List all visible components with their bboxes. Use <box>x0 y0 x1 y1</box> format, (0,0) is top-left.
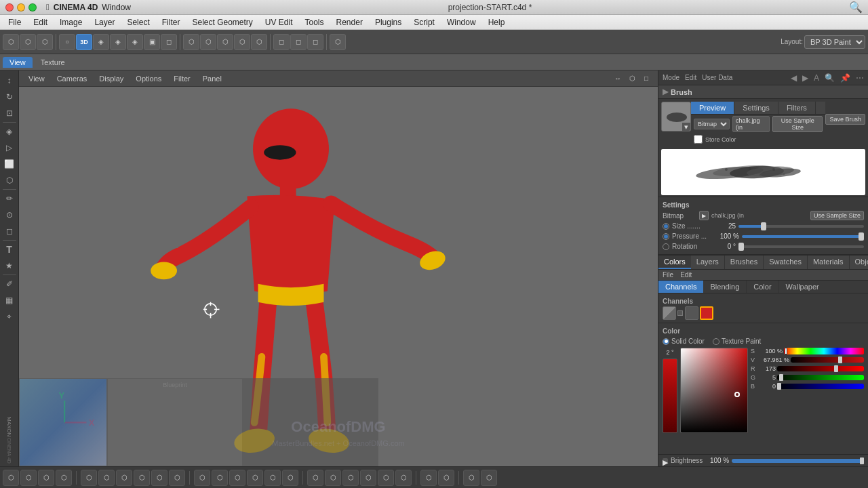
menu-help[interactable]: Help <box>483 16 511 28</box>
bottom-icon-9[interactable]: ⬡ <box>151 470 167 486</box>
brightness-slider[interactable] <box>732 459 864 463</box>
solid-color-radio[interactable] <box>663 338 669 345</box>
colors-tab-swatches[interactable]: Swatches <box>764 256 808 269</box>
bottom-icon-1[interactable]: ⬡ <box>3 470 19 486</box>
bottom-icon-13[interactable]: ⬡ <box>229 470 245 486</box>
colors-tab-materials[interactable]: Materials <box>808 256 850 269</box>
toolbar-icon-7[interactable]: ◈ <box>127 34 143 50</box>
bottom-icon-23[interactable]: ⬡ <box>420 470 437 486</box>
brightness-thumb[interactable] <box>860 458 864 464</box>
subtab-color[interactable]: Color <box>747 281 778 293</box>
brightness-collapse[interactable]: ▶ <box>663 458 668 464</box>
vp-menu-cameras[interactable]: Cameras <box>53 73 92 84</box>
rotation-slider[interactable] <box>738 245 864 248</box>
menu-filter[interactable]: Filter <box>157 16 186 28</box>
brush-thumb-arrow[interactable]: ▾ <box>682 123 690 131</box>
bottom-icon-25[interactable]: ⬡ <box>463 470 479 486</box>
store-color-checkbox[interactable] <box>694 135 703 144</box>
rotation-radio[interactable] <box>663 243 669 250</box>
toolbar-icon-cube3[interactable]: ◻ <box>307 34 323 50</box>
panel-icon-1[interactable]: A <box>814 73 819 83</box>
panel-mode[interactable]: Mode <box>663 74 679 81</box>
bottom-icon-26[interactable]: ⬡ <box>481 470 497 486</box>
sidebar-text[interactable]: T <box>2 242 17 257</box>
menu-script[interactable]: Script <box>408 16 440 28</box>
color-gradient-picker[interactable] <box>680 348 748 433</box>
bottom-icon-6[interactable]: ⬡ <box>98 470 115 486</box>
menu-edit[interactable]: Edit <box>28 16 53 28</box>
sidebar-move[interactable]: ↕ <box>2 73 17 88</box>
minimize-button[interactable] <box>17 3 25 12</box>
color-main-swatch[interactable] <box>663 359 677 433</box>
sidebar-scale[interactable]: ⊡ <box>2 106 17 121</box>
window-buttons[interactable] <box>5 3 37 12</box>
r-thumb[interactable] <box>834 365 838 372</box>
toolbar-icon-3[interactable]: ⬡ <box>37 34 53 50</box>
menu-window[interactable]: Window <box>441 16 481 28</box>
toolbar-icon-5[interactable]: ◈ <box>93 34 109 50</box>
close-button[interactable] <box>5 3 14 12</box>
channel-color[interactable] <box>700 306 713 320</box>
toolbar-icon-4[interactable]: ○ <box>59 34 75 50</box>
colors-tab-brushes[interactable]: Brushes <box>725 256 764 269</box>
panel-search[interactable]: 🔍 <box>825 73 835 83</box>
subtab-blending[interactable]: Blending <box>703 281 747 293</box>
bottom-icon-10[interactable]: ⬡ <box>169 470 185 486</box>
r-slider[interactable] <box>777 366 864 371</box>
sidebar-pen[interactable]: ✐ <box>2 277 17 291</box>
toolbar-icon-11[interactable]: ⬡ <box>200 34 216 50</box>
bottom-icon-5[interactable]: ⬡ <box>81 470 97 486</box>
bottom-icon-20[interactable]: ⬡ <box>360 470 376 486</box>
g-thumb[interactable] <box>779 374 783 381</box>
panel-pin[interactable]: 📌 <box>840 73 850 83</box>
toolbar-icon-1[interactable]: ⬡ <box>3 34 19 50</box>
settings-bitmap-icon[interactable]: ▶ <box>699 211 709 220</box>
tab-texture[interactable]: Texture <box>34 57 72 68</box>
size-radio[interactable] <box>663 223 669 230</box>
colors-tab-objects[interactable]: Objects <box>850 256 868 269</box>
b-slider[interactable] <box>777 384 864 389</box>
v-slider[interactable] <box>791 357 864 363</box>
channel-rgb[interactable] <box>663 306 676 320</box>
bottom-icon-3[interactable]: ⬡ <box>38 470 54 486</box>
bottom-icon-16[interactable]: ⬡ <box>282 470 298 486</box>
maximize-button[interactable] <box>28 3 37 12</box>
bottom-icon-2[interactable]: ⬡ <box>20 470 37 486</box>
vp-menu-options[interactable]: Options <box>132 73 165 84</box>
bottom-icon-4[interactable]: ⬡ <box>56 470 72 486</box>
sidebar-gradient[interactable]: ▦ <box>2 293 17 308</box>
tab-view[interactable]: View <box>3 57 33 68</box>
toolbar-icon-13[interactable]: ⬡ <box>234 34 250 50</box>
toolbar-icon-6[interactable]: ◈ <box>110 34 126 50</box>
bottom-icon-14[interactable]: ⬡ <box>247 470 263 486</box>
vp-menu-view[interactable]: View <box>24 73 49 84</box>
toolbar-icon-cube1[interactable]: ◻ <box>273 34 290 50</box>
toolbar-icon-14[interactable]: ⬡ <box>251 34 267 50</box>
panel-userdata[interactable]: User Data <box>702 74 732 81</box>
search-icon[interactable]: 🔍 <box>849 1 863 14</box>
texture-paint-radio[interactable] <box>713 338 719 345</box>
sidebar-tool1[interactable]: ◈ <box>2 124 17 139</box>
g-slider[interactable] <box>777 375 864 380</box>
channel-gray[interactable] <box>685 306 698 320</box>
bottom-icon-18[interactable]: ⬡ <box>325 470 341 486</box>
bottom-icon-21[interactable]: ⬡ <box>378 470 394 486</box>
sidebar-tool3[interactable]: ⬜ <box>2 157 17 171</box>
tab-filters[interactable]: Filters <box>778 102 816 114</box>
sidebar-tool2[interactable]: ▷ <box>2 140 17 155</box>
toolbar-icon-9[interactable]: ◻ <box>161 34 177 50</box>
menu-layer[interactable]: Layer <box>89 16 120 28</box>
sidebar-fill[interactable]: ⊙ <box>2 207 17 222</box>
toolbar-icon-10[interactable]: ⬡ <box>183 34 199 50</box>
bottom-icon-17[interactable]: ⬡ <box>307 470 323 486</box>
size-slider[interactable] <box>738 225 864 228</box>
vp-menu-panel[interactable]: Panel <box>199 73 226 84</box>
menu-select-geometry[interactable]: Select Geometry <box>186 16 258 28</box>
menu-image[interactable]: Image <box>54 16 87 28</box>
bottom-icon-24[interactable]: ⬡ <box>438 470 454 486</box>
colors-menu-file[interactable]: File <box>663 271 673 279</box>
menu-select[interactable]: Select <box>121 16 155 28</box>
panel-nav-back[interactable]: ◀ <box>791 73 797 83</box>
panel-more[interactable]: ⋯ <box>856 73 864 83</box>
sidebar-tool4[interactable]: ⬡ <box>2 173 17 188</box>
